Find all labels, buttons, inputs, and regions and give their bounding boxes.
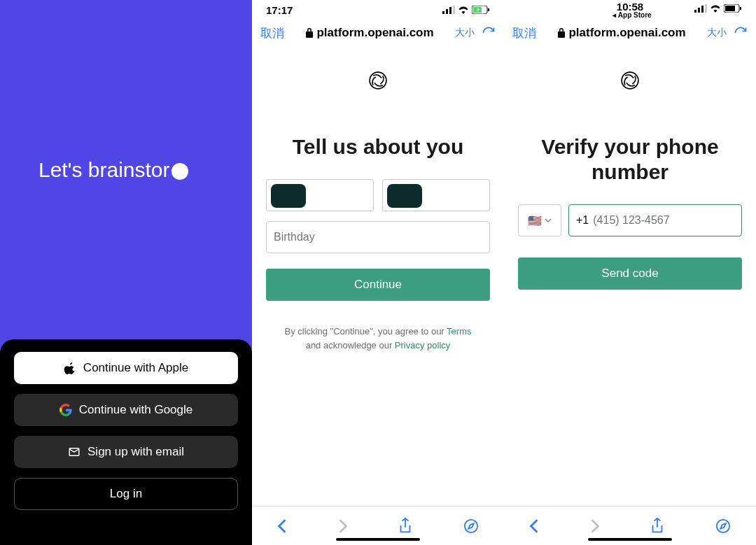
login-button-label: Log in xyxy=(110,487,142,501)
first-name-input[interactable] xyxy=(266,179,374,211)
status-right-icons xyxy=(694,4,742,13)
apple-icon xyxy=(64,362,76,374)
reload-button[interactable] xyxy=(734,26,748,40)
svg-point-8 xyxy=(465,519,477,532)
openai-logo xyxy=(618,69,642,92)
name-input-row xyxy=(266,179,490,211)
disclaimer-text: By clicking "Continue", you agree to our… xyxy=(285,325,472,352)
last-name-input[interactable] xyxy=(382,179,490,211)
privacy-link[interactable]: Privacy policy xyxy=(395,340,450,351)
svg-rect-6 xyxy=(488,8,489,11)
safari-compass-button[interactable] xyxy=(463,518,479,534)
apple-button-label: Continue with Apple xyxy=(83,361,188,375)
share-button[interactable] xyxy=(398,518,412,535)
forward-button xyxy=(590,518,600,534)
mail-icon xyxy=(68,446,80,458)
status-time: 17:17 xyxy=(266,4,293,16)
terms-link[interactable]: Terms xyxy=(447,326,471,337)
wifi-icon xyxy=(710,4,721,13)
brainstorm-hero-text: Let's brainstor xyxy=(0,0,252,339)
flag-icon: 🇺🇸 xyxy=(528,214,542,227)
birthday-input[interactable] xyxy=(266,221,490,253)
home-indicator xyxy=(336,538,420,541)
svg-rect-10 xyxy=(698,8,700,13)
address-bar: 取消 platform.openai.com 大小 xyxy=(504,20,756,46)
address-bar: 取消 platform.openai.com 大小 xyxy=(252,20,504,46)
forward-button xyxy=(338,518,348,534)
safari-compass-button[interactable] xyxy=(715,518,731,534)
lock-icon xyxy=(305,28,314,38)
send-code-button[interactable]: Send code xyxy=(518,257,742,290)
back-button[interactable] xyxy=(529,518,539,534)
svg-rect-11 xyxy=(701,6,704,13)
continue-with-google-button[interactable]: Continue with Google xyxy=(14,394,238,426)
signup-sheet: Continue with Apple Continue with Google… xyxy=(0,339,252,545)
url-text: platform.openai.com xyxy=(568,26,685,40)
svg-rect-9 xyxy=(694,10,696,13)
status-bar: 17:17 xyxy=(252,0,504,20)
brainstorm-text: Let's brainstor xyxy=(38,158,170,182)
disclaimer-prefix: By clicking "Continue", you agree to our xyxy=(285,326,447,337)
home-indicator xyxy=(588,538,672,541)
phone-number-input[interactable] xyxy=(593,214,734,227)
continue-button[interactable]: Continue xyxy=(266,269,490,301)
svg-rect-12 xyxy=(705,4,707,13)
google-button-label: Continue with Google xyxy=(79,403,193,417)
svg-rect-3 xyxy=(453,6,455,14)
svg-rect-2 xyxy=(449,7,451,14)
reload-button[interactable] xyxy=(482,26,496,40)
signal-icon xyxy=(694,4,707,13)
email-button-label: Sign up with email xyxy=(88,445,184,459)
svg-rect-1 xyxy=(446,9,448,14)
phone-input-row: 🇺🇸 +1 xyxy=(518,204,742,236)
disclaimer-mid: and acknowledge our xyxy=(306,340,395,351)
battery-icon xyxy=(724,4,742,13)
svg-rect-14 xyxy=(725,6,735,11)
battery-charging-icon xyxy=(472,6,490,14)
openai-logo xyxy=(366,69,390,92)
login-button[interactable]: Log in xyxy=(14,478,238,510)
page-title: Verify your phone number xyxy=(518,134,742,185)
page-title: Tell us about you xyxy=(293,134,463,160)
svg-point-17 xyxy=(717,519,729,532)
share-button[interactable] xyxy=(650,518,664,535)
typing-cursor-dot xyxy=(172,163,188,180)
safari-verify-phone-pane: 10:58 ◂ App Store 取消 platform.openai.com… xyxy=(504,0,756,545)
page-content: Verify your phone number 🇺🇸 +1 Send code xyxy=(504,46,756,506)
country-select[interactable]: 🇺🇸 xyxy=(518,204,561,236)
chevron-down-icon xyxy=(545,218,552,222)
cancel-button[interactable]: 取消 xyxy=(260,25,284,41)
status-bar: 10:58 ◂ App Store xyxy=(504,0,756,20)
phone-input-wrapper[interactable]: +1 xyxy=(568,204,742,236)
app-signup-pane: Let's brainstor Continue with Apple Cont… xyxy=(0,0,252,545)
signup-with-email-button[interactable]: Sign up with email xyxy=(14,436,238,468)
wifi-icon xyxy=(458,6,469,14)
continue-with-apple-button[interactable]: Continue with Apple xyxy=(14,352,238,384)
cancel-button[interactable]: 取消 xyxy=(512,25,536,41)
google-icon xyxy=(59,404,72,416)
svg-rect-15 xyxy=(740,7,741,10)
back-button[interactable] xyxy=(277,518,287,534)
appstore-back-label[interactable]: ◂ App Store xyxy=(612,11,651,19)
lock-icon xyxy=(557,28,566,38)
url-display[interactable]: platform.openai.com xyxy=(557,26,685,40)
signal-icon xyxy=(442,6,455,14)
phone-prefix: +1 xyxy=(576,214,589,227)
status-right-icons xyxy=(442,6,490,14)
text-size-button[interactable]: 大小 xyxy=(707,27,727,39)
url-text: platform.openai.com xyxy=(316,26,433,40)
url-display[interactable]: platform.openai.com xyxy=(305,26,433,40)
page-content: Tell us about you Continue By clicking "… xyxy=(252,46,504,506)
text-size-button[interactable]: 大小 xyxy=(455,27,475,39)
svg-rect-0 xyxy=(442,11,444,14)
safari-about-you-pane: 17:17 取消 platform.openai.com 大小 Tell us … xyxy=(252,0,504,545)
